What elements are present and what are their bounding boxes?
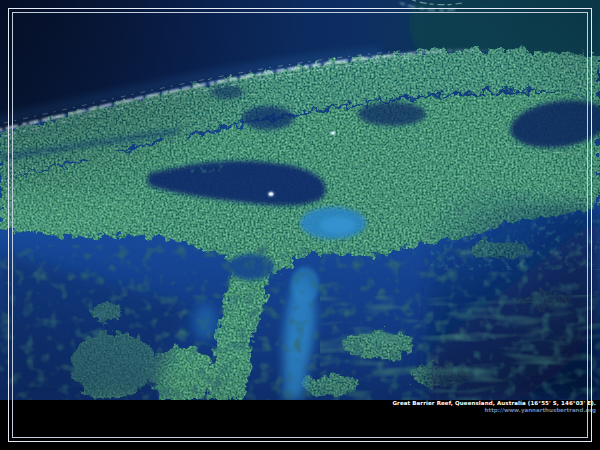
caption-url: http://www.yannarthusbertrand.org	[392, 407, 596, 413]
boat-speck	[269, 193, 273, 196]
reef-photo	[0, 0, 600, 400]
caption-title: Great Barrier Reef, Queensland, Australi…	[392, 400, 596, 407]
wallpaper-stage: Great Barrier Reef, Queensland, Australi…	[0, 0, 600, 450]
boat-layer	[0, 0, 600, 400]
photo-caption: Great Barrier Reef, Queensland, Australi…	[392, 400, 596, 413]
boat-speck	[332, 132, 335, 134]
